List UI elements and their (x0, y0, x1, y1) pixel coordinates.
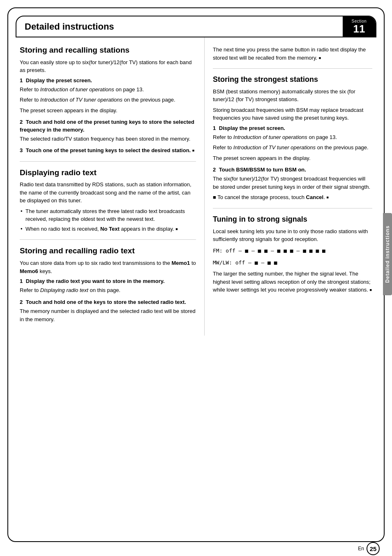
heading-strongest: Storing the strongest stations (213, 75, 372, 84)
content-area: Storing and recalling stations You can e… (8, 37, 384, 336)
tuning-strong-intro: Local seek tuning lets you tune in to on… (213, 227, 372, 243)
step-1-body: Refer to Introduction of tuner operation… (20, 86, 196, 115)
header: Detailed instructions Section 11 (16, 16, 376, 37)
heading-storing-radio-text: Storing and recalling radio text (20, 246, 196, 256)
step-1-radio-body: Refer to Displaying radio text on this p… (20, 286, 196, 294)
header-section: Section 11 (343, 16, 376, 37)
section-displaying-radio: Displaying radio text Radio text data tr… (20, 168, 196, 233)
bullet-item-1: The tuner automatically stores the three… (20, 207, 196, 223)
vertical-sidebar-tab: Detailed instructions (383, 213, 392, 295)
strongest-intro-1: BSM (best stations memory) automatically… (213, 88, 372, 104)
displaying-radio-intro: Radio text data transmitted by RDS stati… (20, 181, 196, 205)
step-2-strongest-body: The six(for tuner)/12(for TV) strongest … (213, 175, 372, 202)
step-1-strongest-header: 1 Display the preset screen. (213, 125, 372, 132)
page-wrapper: Detailed instructions Section 11 Storing… (0, 7, 392, 556)
heading-storing-recalling: Storing and recalling stations (20, 46, 196, 55)
step-2-body: The selected radio/TV station frequency … (20, 135, 196, 143)
bullet-item-2: When no radio text is received, No Text … (20, 225, 196, 233)
step-1-radio-header: 1 Display the radio text you want to sto… (20, 278, 196, 285)
left-column: Storing and recalling stations You can e… (16, 37, 205, 336)
fm-signal-line: FM: off — ■ — ■ ■ — ■ ■ ■ — ■ ■ ■ ■ (213, 246, 372, 255)
step-2-radio-text: 2 Touch and hold one of the keys to stor… (20, 299, 196, 323)
page-title: Detailed instructions (25, 21, 114, 32)
radio-text-bullets: The tuner automatically stores the three… (20, 207, 196, 233)
tuning-strong-body: The larger the setting number, the highe… (213, 270, 372, 294)
step-1-strongest-body: Refer to Introduction of tuner operation… (213, 133, 372, 162)
step-2-strongest: 2 Touch BSM/BSSM to turn BSM on. The six… (213, 166, 372, 202)
step-2-header: 2 Touch and hold one of the preset tunin… (20, 118, 196, 133)
step-3-storing: 3 Touch one of the preset tuning keys to… (20, 147, 196, 154)
mwlw-signal-line: MW/LW: off — ■ — ■ ■ (213, 258, 372, 267)
section-radio-text-continued: The next time you press the same button … (213, 46, 372, 62)
section-storing-radio-text: Storing and recalling radio text You can… (20, 246, 196, 323)
heading-displaying-radio: Displaying radio text (20, 168, 196, 178)
main-border: Detailed instructions Section 11 Storing… (7, 7, 385, 542)
strongest-intro-2: Storing broadcast frequencies with BSM m… (213, 106, 372, 122)
step-1-strongest: 1 Display the preset screen. Refer to In… (213, 125, 372, 162)
storing-radio-intro: You can store data from up to six radio … (20, 259, 196, 275)
step-2-radio-body: The memory number is displayed and the s… (20, 307, 196, 323)
footer-lang: En (358, 546, 364, 551)
step-2-strongest-header: 2 Touch BSM/BSSM to turn BSM on. (213, 166, 372, 174)
step-1-radio-text: 1 Display the radio text you want to sto… (20, 278, 196, 294)
radio-text-recall: The next time you press the same button … (213, 46, 372, 62)
step-3-header: 3 Touch one of the preset tuning keys to… (20, 147, 196, 154)
step-1-header: 1 Display the preset screen. (20, 77, 196, 84)
section-storing-recalling: Storing and recalling stations You can e… (20, 46, 196, 155)
section-strongest-stations: Storing the strongest stations BSM (best… (213, 75, 372, 202)
header-title: Detailed instructions (16, 16, 343, 37)
section-number: 11 (353, 23, 365, 34)
sidebar-tab-label: Detailed instructions (385, 225, 390, 283)
step-2-storing: 2 Touch and hold one of the preset tunin… (20, 118, 196, 143)
section-tuning-strong: Tuning in to strong signals Local seek t… (213, 215, 372, 294)
footer-page-number: 25 (367, 542, 380, 555)
heading-tuning-strong: Tuning in to strong signals (213, 215, 372, 224)
divider-1 (20, 161, 196, 162)
storing-recalling-intro: You can easily store up to six(for tuner… (20, 58, 196, 74)
right-column: The next time you press the same button … (205, 37, 376, 336)
divider-2 (20, 239, 196, 240)
divider-4 (213, 208, 372, 208)
footer: En 25 (358, 542, 380, 555)
step-1-storing: 1 Display the preset screen. Refer to In… (20, 77, 196, 115)
step-2-radio-header: 2 Touch and hold one of the keys to stor… (20, 299, 196, 306)
divider-3 (213, 68, 372, 69)
